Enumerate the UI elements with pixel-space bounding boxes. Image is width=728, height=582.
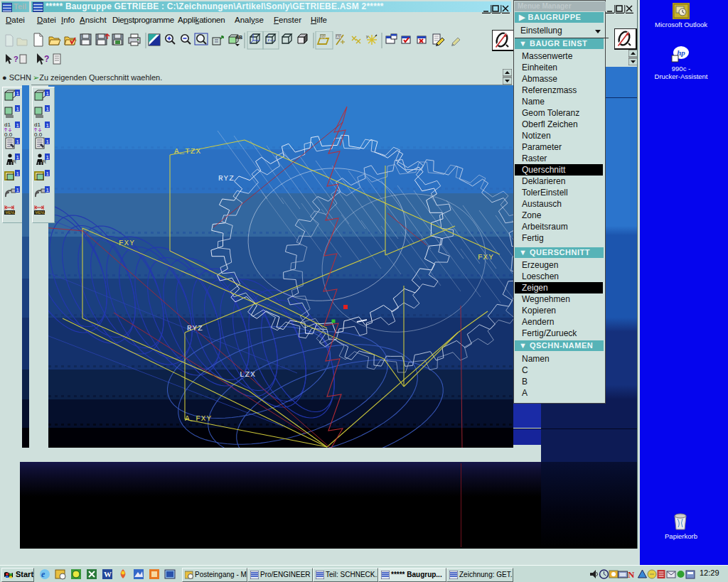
- svg-text:1: 1: [46, 139, 50, 145]
- svg-text:1: 1: [16, 139, 20, 145]
- svg-text:1: 1: [46, 171, 50, 177]
- svg-text:0.0: 0.0: [4, 131, 13, 138]
- svg-text:1: 1: [46, 122, 50, 129]
- svg-text:N: N: [628, 569, 635, 580]
- svg-text:d1: d1: [34, 122, 41, 128]
- svg-text:1: 1: [16, 106, 20, 112]
- svg-text:y: y: [366, 34, 368, 38]
- svg-text:?: ?: [44, 54, 49, 64]
- svg-text:0.0: 0.0: [34, 131, 43, 138]
- svg-text:MENU: MENU: [6, 210, 16, 215]
- svg-text:1: 1: [16, 154, 20, 161]
- svg-text:1: 1: [16, 171, 20, 177]
- svg-text:LZX: LZX: [240, 370, 256, 379]
- svg-text:e: e: [41, 569, 46, 579]
- svg-text:W: W: [104, 570, 112, 578]
- svg-text:1: 1: [46, 154, 50, 161]
- svg-text:FXY: FXY: [119, 239, 135, 247]
- svg-text:?: ?: [14, 55, 18, 63]
- svg-text:1: 1: [16, 90, 20, 97]
- svg-text:D1: D1: [321, 35, 326, 39]
- svg-text:MENU: MENU: [36, 210, 46, 215]
- svg-text:RYZ: RYZ: [218, 174, 235, 183]
- svg-text:A_FXY: A_FXY: [185, 414, 212, 423]
- svg-text:1: 1: [46, 90, 50, 97]
- svg-text:1: 1: [16, 187, 20, 193]
- svg-text:d1: d1: [4, 122, 11, 128]
- svg-text:AB: AB: [235, 35, 242, 40]
- svg-text:FXY: FXY: [478, 253, 494, 262]
- svg-text:1: 1: [46, 106, 50, 112]
- svg-text:1: 1: [16, 122, 20, 129]
- svg-text:A_TZX: A_TZX: [174, 147, 201, 156]
- svg-text:1: 1: [46, 187, 50, 193]
- svg-text:RYZ: RYZ: [187, 324, 203, 333]
- svg-text:A1: A1: [336, 35, 342, 39]
